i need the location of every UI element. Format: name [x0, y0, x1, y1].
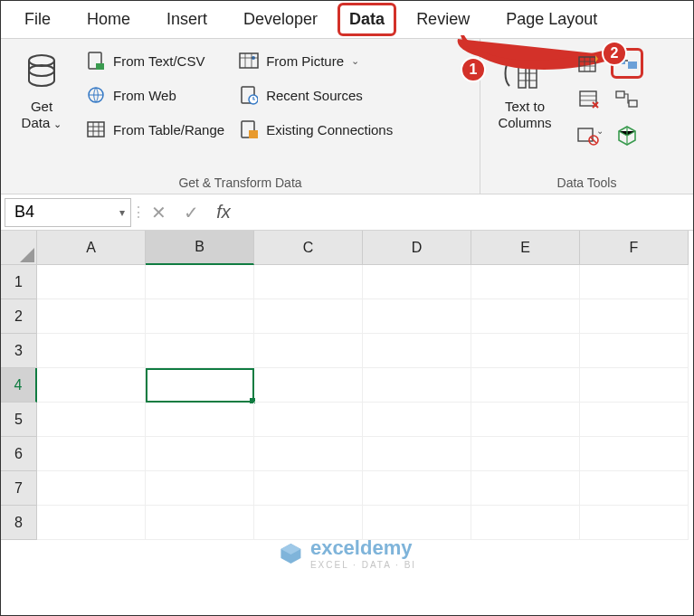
cell[interactable]	[363, 506, 471, 540]
watermark-tagline: EXCEL · DATA · BI	[310, 560, 416, 570]
globe-icon	[86, 85, 106, 105]
column-header-d[interactable]: D	[363, 231, 471, 265]
column-header-f[interactable]: F	[580, 231, 689, 265]
cell[interactable]	[37, 368, 146, 403]
row-header-6[interactable]: 6	[1, 437, 37, 471]
cell[interactable]	[471, 265, 580, 299]
cell[interactable]	[580, 334, 689, 368]
cell[interactable]	[254, 368, 363, 403]
cell[interactable]	[254, 334, 363, 368]
cell[interactable]	[146, 299, 254, 334]
cell[interactable]	[471, 471, 580, 506]
cell[interactable]	[363, 368, 471, 403]
cell[interactable]	[363, 437, 471, 471]
cell[interactable]	[471, 299, 580, 334]
cell[interactable]	[580, 403, 689, 437]
cell[interactable]	[363, 265, 471, 299]
cell[interactable]	[363, 299, 471, 334]
cell[interactable]	[37, 437, 146, 471]
cell[interactable]	[146, 265, 254, 299]
column-header-c[interactable]: C	[254, 231, 363, 265]
cell[interactable]	[580, 506, 689, 540]
cell[interactable]	[37, 506, 146, 540]
row-header-4[interactable]: 4	[1, 368, 37, 403]
tab-data[interactable]: Data	[337, 3, 396, 36]
cancel-button[interactable]: ✕	[142, 198, 175, 227]
tab-insert[interactable]: Insert	[150, 3, 223, 36]
tab-review[interactable]: Review	[400, 3, 486, 36]
cell[interactable]	[471, 403, 580, 437]
cell[interactable]	[146, 437, 254, 471]
column-header-e[interactable]: E	[471, 231, 580, 265]
cell[interactable]	[146, 403, 254, 437]
cell[interactable]	[363, 334, 471, 368]
formula-input[interactable]	[240, 198, 693, 227]
enter-button[interactable]: ✓	[175, 198, 207, 227]
cell[interactable]	[37, 299, 146, 334]
from-text-csv-button[interactable]: From Text/CSV	[86, 48, 224, 73]
data-validation-button[interactable]: ⌄	[573, 120, 605, 151]
cell[interactable]	[37, 471, 146, 506]
cell[interactable]	[37, 403, 146, 437]
cell[interactable]	[146, 506, 254, 540]
row-header-7[interactable]: 7	[1, 471, 37, 506]
recent-sources-button[interactable]: Recent Sources	[239, 82, 393, 108]
row-header-3[interactable]: 3	[1, 334, 37, 368]
tab-page-layout[interactable]: Page Layout	[490, 3, 613, 36]
row-header-1[interactable]: 1	[1, 265, 37, 299]
tab-developer[interactable]: Developer	[227, 3, 334, 36]
from-web-button[interactable]: From Web	[86, 82, 224, 108]
cell[interactable]	[254, 265, 363, 299]
cell[interactable]	[37, 265, 146, 299]
manage-data-model-button[interactable]	[611, 120, 643, 151]
tab-file[interactable]: File	[8, 3, 67, 36]
row-header-5[interactable]: 5	[1, 403, 37, 437]
from-table-range-button[interactable]: From Table/Range	[86, 117, 224, 142]
cell[interactable]	[471, 334, 580, 368]
cell[interactable]	[37, 334, 146, 368]
column-header-a[interactable]: A	[37, 231, 146, 265]
fx-button[interactable]: fx	[207, 198, 240, 227]
from-picture-button[interactable]: From Picture ⌄	[239, 48, 393, 73]
row-header-2[interactable]: 2	[1, 299, 37, 334]
from-table-range-label: From Table/Range	[113, 122, 224, 137]
remove-duplicates-button[interactable]	[573, 84, 605, 115]
cell[interactable]	[254, 299, 363, 334]
from-text-csv-label: From Text/CSV	[113, 53, 204, 69]
cell[interactable]	[471, 506, 580, 540]
column-header-b[interactable]: B	[146, 231, 254, 265]
cell[interactable]	[471, 368, 580, 403]
tab-data-label: Data	[349, 10, 385, 28]
cell-b4[interactable]	[146, 368, 254, 403]
cell[interactable]	[146, 471, 254, 506]
picture-icon	[239, 51, 259, 71]
get-data-label: Get Data ⌄	[22, 99, 62, 131]
cell[interactable]	[254, 403, 363, 437]
name-box[interactable]: B4 ▾	[5, 198, 131, 227]
existing-connections-label: Existing Connections	[266, 122, 393, 137]
cell[interactable]	[471, 437, 580, 471]
cell[interactable]	[254, 471, 363, 506]
tab-home[interactable]: Home	[71, 3, 147, 36]
existing-connections-button[interactable]: Existing Connections	[239, 117, 393, 142]
select-all-corner[interactable]	[1, 231, 37, 265]
flash-fill-button[interactable]	[573, 48, 605, 79]
recent-sources-label: Recent Sources	[266, 88, 363, 103]
row-header-8[interactable]: 8	[1, 506, 37, 540]
chevron-down-icon: ▾	[119, 206, 125, 219]
cell[interactable]	[363, 471, 471, 506]
worksheet-grid[interactable]: A B C D E F 1 2 3 4 5 6 7 8	[1, 231, 693, 540]
cell[interactable]	[254, 506, 363, 540]
cell[interactable]	[580, 265, 689, 299]
cell[interactable]	[363, 403, 471, 437]
table-icon	[86, 119, 106, 139]
cell[interactable]	[580, 299, 689, 334]
cell[interactable]	[580, 368, 689, 403]
relationships-button[interactable]	[611, 84, 643, 115]
separator: ⋮	[135, 199, 142, 226]
cell[interactable]	[254, 437, 363, 471]
cell[interactable]	[580, 471, 689, 506]
cell[interactable]	[580, 437, 689, 471]
cell[interactable]	[146, 334, 254, 368]
get-data-button[interactable]: Get Data ⌄	[12, 48, 71, 172]
